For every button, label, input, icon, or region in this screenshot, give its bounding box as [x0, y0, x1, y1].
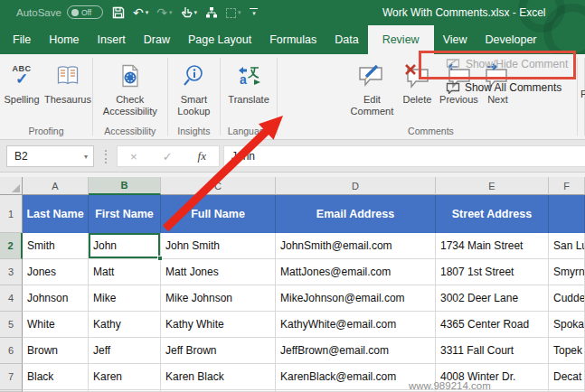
customize-qat-button[interactable]: ▾ [250, 8, 258, 17]
cell-b5[interactable]: Kathy [89, 312, 161, 338]
column-header-f[interactable]: F [549, 177, 585, 195]
save-button[interactable] [112, 6, 125, 19]
cell-f2[interactable]: San Lu [549, 233, 585, 259]
cell-a3[interactable]: Jones [23, 259, 89, 285]
undo-button[interactable]: ↶▾ [133, 6, 148, 19]
cell-e4[interactable]: 3002 Deer Lane [436, 285, 549, 312]
translate-button[interactable]: a Translate [222, 57, 275, 106]
row-header-1[interactable]: 1 [0, 195, 23, 233]
formula-bar-resize-handle[interactable] [105, 150, 108, 163]
selection-box-button[interactable]: ▾ [226, 8, 241, 18]
formula-input[interactable]: John [223, 145, 585, 167]
row-header-6[interactable]: 6 [0, 338, 23, 364]
cell-d3[interactable]: MattJones@email.com [276, 259, 436, 285]
cell-b7[interactable]: Karen [89, 364, 161, 390]
column-header-a[interactable]: A [23, 177, 89, 195]
cell-c6[interactable]: Jeff Brown [161, 338, 276, 364]
smart-lookup-button[interactable]: Smart Lookup [170, 57, 217, 117]
org-chart-icon [205, 6, 218, 19]
abc-check-icon: ✓ [15, 71, 28, 87]
org-chart-button[interactable] [205, 6, 218, 19]
tab-home[interactable]: Home [40, 25, 88, 54]
row-header-2[interactable]: 2 [0, 233, 23, 259]
cell-b4[interactable]: Mike [89, 285, 161, 312]
fill-handle[interactable] [157, 256, 163, 261]
group-label-language: Language [221, 126, 277, 136]
thesaurus-label: Thesaurus [44, 94, 91, 106]
cell-a6[interactable]: Brown [23, 338, 89, 364]
cell-b6[interactable]: Jeff [89, 338, 161, 364]
row-header-3[interactable]: 3 [0, 259, 23, 285]
tab-developer[interactable]: Developer [476, 25, 546, 54]
column-header-c[interactable]: C [161, 177, 276, 195]
header-cell-e1[interactable]: Street Address [436, 195, 549, 233]
tab-review[interactable]: Review [368, 25, 434, 54]
cell-d5[interactable]: KathyWhite@email.com [276, 312, 436, 338]
delete-comment-button[interactable]: Delete [397, 57, 437, 106]
cell-e2[interactable]: 1734 Main Street [436, 233, 549, 259]
autosave-toggle-knob [71, 9, 79, 16]
translate-a-glyph: a [240, 72, 247, 87]
watermark: www.989214.com [409, 380, 491, 391]
cell-d6[interactable]: JeffBrown@email.com [276, 338, 436, 364]
cancel-icon[interactable]: × [130, 150, 137, 163]
show-hide-comment-button[interactable]: Show/Hide Comment [446, 58, 568, 70]
tab-data[interactable]: Data [326, 25, 367, 54]
cell-c7[interactable]: Karen Black [161, 364, 276, 390]
edit-comment-button[interactable]: Edit Comment [346, 57, 397, 117]
name-box[interactable]: B2 ▾ [6, 145, 94, 167]
cell-a4[interactable]: Johnson [23, 285, 89, 312]
cell-a7[interactable]: Black [23, 364, 89, 390]
check-accessibility-button[interactable]: Check Accessibility [96, 57, 165, 117]
cell-d4[interactable]: MikeJohnson@email.com [276, 285, 436, 312]
row-header-7[interactable]: 7 [0, 364, 23, 390]
spelling-button[interactable]: ABC ✓ Spelling [0, 57, 43, 106]
tab-page-layout[interactable]: Page Layout [179, 25, 260, 54]
cell-b2-selected[interactable]: John [89, 233, 161, 259]
enter-icon[interactable]: ✓ [163, 150, 173, 163]
column-header-d[interactable]: D [276, 177, 436, 195]
row-header-4[interactable]: 4 [0, 285, 23, 312]
select-all-corner[interactable] [0, 177, 23, 195]
insert-function-icon[interactable]: fx [198, 149, 206, 163]
row-header-5[interactable]: 5 [0, 312, 23, 338]
tab-view[interactable]: View [434, 25, 476, 54]
column-header-b[interactable]: B [89, 177, 161, 195]
cell-f6[interactable]: Topek [549, 338, 585, 364]
header-cell-d1[interactable]: Email Address [276, 195, 436, 233]
quick-access-toolbar: ↶▾ ↷▾ ▾ ▾ ▾ [112, 3, 258, 23]
column-header-e[interactable]: E [436, 177, 549, 195]
cell-a2[interactable]: Smith [23, 233, 89, 259]
cell-b3[interactable]: Matt [89, 259, 161, 285]
cell-c3[interactable]: Matt Jones [161, 259, 276, 285]
cell-c5[interactable]: Kathy White [161, 312, 276, 338]
cell-f7[interactable]: Decat [549, 364, 585, 390]
header-cell-c1[interactable]: Full Name [161, 195, 276, 233]
tab-formulas[interactable]: Formulas [260, 25, 326, 54]
header-cell-f1[interactable] [549, 195, 585, 233]
header-cell-b1[interactable]: First Name [89, 195, 161, 233]
cell-f4[interactable]: Cudde [549, 285, 585, 312]
cell-d2[interactable]: JohnSmith@email.com [276, 233, 436, 259]
tab-file[interactable]: File [4, 25, 40, 54]
header-cell-a1[interactable]: Last Name [23, 195, 89, 233]
cell-f3[interactable]: Smyrn [549, 259, 585, 285]
touch-mouse-mode-button[interactable]: ▾ [181, 6, 198, 19]
edit-comment-icon [357, 60, 386, 92]
show-hide-comment-label: Show/Hide Comment [466, 58, 568, 70]
redo-button[interactable]: ↷▾ [156, 6, 172, 19]
cell-c4[interactable]: Mike Johnson [161, 285, 276, 312]
tab-insert[interactable]: Insert [89, 25, 135, 54]
cell-e3[interactable]: 1807 1st Street [436, 259, 549, 285]
group-divider [577, 58, 578, 135]
cell-f5[interactable]: Spoka [549, 312, 585, 338]
thesaurus-button[interactable]: Thesaurus [43, 57, 92, 106]
show-all-comments-icon [446, 82, 460, 94]
tab-draw[interactable]: Draw [135, 25, 179, 54]
cell-a5[interactable]: White [23, 312, 89, 338]
cell-c2[interactable]: John Smith [161, 233, 276, 259]
autosave-toggle[interactable]: Off [67, 5, 103, 19]
show-all-comments-button[interactable]: Show All Comments [446, 81, 568, 94]
cell-e6[interactable]: 3311 Fall Court [436, 338, 549, 364]
cell-e5[interactable]: 4365 Center Road [436, 312, 549, 338]
